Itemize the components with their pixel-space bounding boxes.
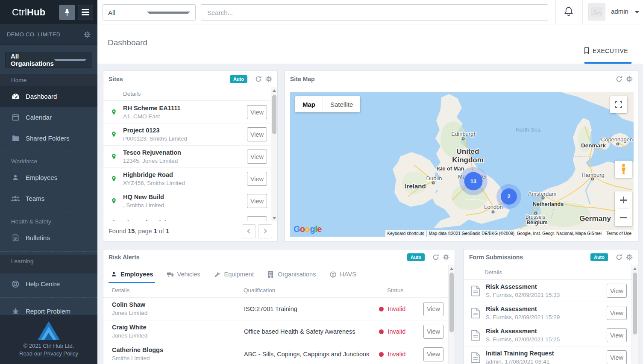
brand-logo[interactable]: CtrlHub [12, 7, 45, 18]
city-dot-copenhagen [617, 143, 620, 146]
view-site-button[interactable]: View [247, 127, 267, 141]
user-menu[interactable]: admin [611, 8, 628, 15]
form-submission-row: Initial Training Requestadmin, 17/08/202… [464, 346, 638, 364]
form-submissions-scrollbar[interactable] [631, 265, 638, 364]
auto-refresh-badge[interactable]: Auto [230, 75, 247, 83]
document-icon [471, 352, 480, 363]
search-input[interactable] [201, 4, 548, 21]
sidebar-item-dashboard[interactable]: Dashboard [0, 86, 97, 107]
tab-executive[interactable]: EXECUTIVE [584, 47, 628, 54]
sidebar-item-calendar[interactable]: Calendar [0, 107, 97, 128]
pin-sidebar-button[interactable] [59, 5, 75, 20]
tab-vehicles[interactable]: Vehicles [166, 271, 201, 283]
divider [582, 0, 583, 24]
view-site-button[interactable]: View [247, 105, 267, 119]
sidebar-item-bulletins[interactable]: Bulletins [0, 227, 97, 248]
submission-meta: S. Furniss, 02/09/2021 15:25 [486, 336, 607, 343]
user-avatar[interactable] [588, 3, 605, 21]
map-cluster-13[interactable]: 13 [464, 172, 483, 191]
sidebar-item-teams[interactable]: Teams [0, 188, 97, 209]
submission-name: Risk Assessment [486, 305, 607, 314]
organisation-select[interactable]: All Organisations [5, 52, 92, 68]
form-submission-row: Risk AssessmentS. Furniss, 02/09/2021 15… [464, 324, 638, 346]
sidebar-item-help-centre[interactable]: Help Centre [0, 273, 97, 294]
site-name: HQ New Build [123, 193, 247, 202]
collapse-menu-button[interactable] [78, 5, 93, 20]
auto-refresh-badge[interactable]: Auto [590, 253, 608, 261]
zoom-in-button[interactable] [615, 191, 632, 208]
google-map[interactable]: North Sea Edinburgh United Kingdom Isle … [290, 92, 634, 237]
tab-organisations[interactable]: Organisations [267, 271, 317, 283]
site-subtitle: P000123, Smiths Limited [123, 135, 247, 143]
map-pin-icon [110, 197, 117, 206]
view-submission-button[interactable]: View [607, 306, 627, 320]
view-alert-button[interactable]: View [423, 347, 443, 361]
sites-found-text: Found 15, page 1 of 1 [109, 228, 240, 235]
refresh-icon[interactable] [616, 254, 622, 261]
chevron-down-icon[interactable] [635, 11, 639, 13]
map-pin-icon [110, 130, 117, 139]
view-submission-button[interactable]: View [607, 328, 627, 342]
employee-company: Jones Limited [112, 309, 244, 317]
site-subtitle: , Smiths Limited [123, 202, 247, 209]
view-site-button[interactable]: View [247, 150, 267, 164]
notifications-bell-icon[interactable] [563, 6, 575, 18]
chevron-right-icon [262, 229, 267, 233]
form-submissions-details-header: Details [464, 265, 638, 279]
sidebar-item-label: Employees [26, 174, 57, 181]
view-submission-button[interactable]: View [607, 284, 627, 298]
site-row: RH Scheme EA1111A1, CMO East View [103, 101, 277, 123]
sites-scrollbar[interactable] [271, 87, 277, 222]
gear-icon[interactable] [626, 254, 633, 261]
view-alert-button[interactable]: View [423, 325, 443, 339]
terms-of-use-link[interactable]: Terms of Use [604, 230, 634, 237]
risk-alerts-scrollbar[interactable] [448, 265, 455, 364]
previous-page-button[interactable] [242, 224, 256, 238]
site-name: Project 0123 [123, 126, 247, 135]
search-filter-select[interactable]: All [103, 4, 196, 21]
scroll-thumb[interactable] [272, 95, 276, 134]
zoom-out-button[interactable] [615, 209, 632, 226]
map-type-map-button[interactable]: Map [295, 96, 323, 112]
org-settings-gear-icon[interactable] [84, 31, 91, 38]
gear-icon[interactable] [626, 76, 633, 82]
scroll-up-arrow[interactable] [633, 267, 637, 270]
tab-employees[interactable]: Employees [109, 271, 154, 283]
scroll-up-arrow[interactable] [273, 89, 276, 92]
sidebar-item-shared-folders[interactable]: Shared Folders [0, 128, 97, 149]
next-page-button[interactable] [258, 224, 272, 238]
keyboard-shortcuts-link[interactable]: Keyboard shortcuts [385, 230, 426, 237]
building-icon [267, 271, 274, 278]
auto-refresh-badge[interactable]: Auto [407, 253, 425, 261]
submission-meta: S. Furniss, 02/09/2021 15:29 [486, 314, 607, 321]
scroll-thumb[interactable] [633, 273, 637, 335]
refresh-icon[interactable] [616, 76, 622, 82]
refresh-icon[interactable] [432, 254, 439, 261]
dashboard-gauge-icon [11, 92, 20, 101]
map-label-dublin: Dublin [426, 175, 442, 182]
form-submissions-header: Form Submissions Auto [464, 250, 638, 265]
tab-equipment[interactable]: Equipment [213, 271, 255, 283]
gear-icon[interactable] [443, 254, 449, 261]
city-dot-edinburgh [462, 138, 465, 141]
scroll-up-arrow[interactable] [450, 267, 453, 270]
gear-icon[interactable] [265, 76, 272, 82]
view-alert-button[interactable]: View [423, 302, 443, 316]
form-submissions-title: Form Submissions [469, 254, 590, 261]
map-type-satellite-button[interactable]: Satellite [323, 96, 360, 112]
map-cluster-2[interactable]: 2 [501, 188, 517, 205]
refresh-icon[interactable] [255, 76, 262, 82]
view-site-button[interactable]: View [247, 194, 267, 208]
view-site-button[interactable]: View [247, 172, 267, 186]
privacy-policy-link[interactable]: Read our Privacy Policy [0, 350, 97, 357]
street-view-pegman-button[interactable] [615, 161, 632, 178]
sidebar-item-employees[interactable]: Employees [0, 167, 97, 188]
sidebar-item-label: Report Problem [26, 308, 70, 315]
view-submission-button[interactable]: View [607, 350, 627, 364]
scroll-thumb[interactable] [449, 273, 454, 332]
google-logo[interactable]: Google [294, 224, 322, 234]
tab-havs[interactable]: HAVS [329, 271, 357, 283]
image-placeholder-icon [591, 7, 602, 17]
map-fullscreen-button[interactable] [610, 96, 627, 113]
scroll-down-arrow[interactable] [273, 217, 276, 220]
